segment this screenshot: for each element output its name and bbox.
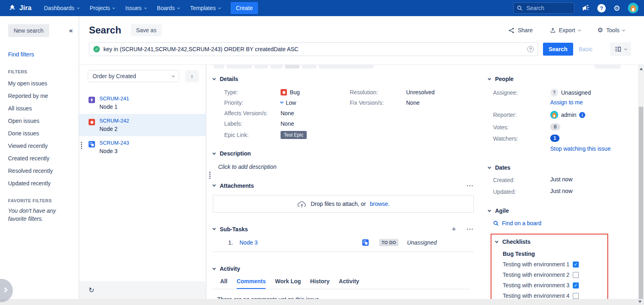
scroll-up-arrow[interactable]: [640, 68, 643, 70]
global-search-box[interactable]: [513, 2, 574, 14]
collapse-section-icon[interactable]: [488, 208, 491, 212]
tools-button[interactable]: ⚙ Tools: [597, 27, 625, 33]
attachments-section-header: Attachments: [213, 183, 254, 189]
collapse-section-icon[interactable]: [495, 239, 498, 243]
scroll-down-arrow[interactable]: [638, 301, 642, 303]
vertical-scrollbar[interactable]: [638, 65, 644, 299]
agile-section-header: Agile: [488, 207, 623, 214]
field-labels: Labels: None: [224, 120, 350, 127]
collapse-section-icon[interactable]: [488, 165, 491, 168]
jql-help-icon[interactable]: ?: [527, 46, 534, 52]
brand-name: Jira: [19, 4, 31, 12]
refresh-icon[interactable]: ↻: [89, 286, 94, 295]
issue-row-scrum-243[interactable]: SCRUM-243 Node 3: [79, 136, 206, 158]
nav-dashboards[interactable]: Dashboards: [39, 5, 85, 11]
filters-heading: FILTERS: [8, 69, 78, 74]
sidebar-item-updated-recently[interactable]: Updated recently: [8, 180, 78, 187]
jira-logo[interactable]: Jira: [8, 4, 31, 12]
checkbox[interactable]: [573, 293, 579, 299]
export-button[interactable]: Export: [550, 27, 580, 33]
nav-templates[interactable]: Templates: [185, 5, 226, 11]
search-region: Search Save as Share Export: [79, 16, 644, 299]
collapse-section-icon[interactable]: [213, 77, 216, 80]
browse-link[interactable]: browse.: [370, 201, 390, 207]
page-title: Search: [89, 25, 121, 36]
issue-title: Node 1: [99, 104, 129, 110]
layout-switcher-button[interactable]: [610, 42, 631, 56]
updated-row: Updated: Just now: [493, 188, 623, 195]
checkbox[interactable]: [573, 261, 579, 268]
sidebar-item-open-issues[interactable]: Open issues: [8, 118, 78, 124]
reporter-avatar[interactable]: [550, 111, 558, 119]
tab-all[interactable]: All: [220, 278, 227, 289]
issue-row-scrum-241[interactable]: SCRUM-241 Node 1: [79, 92, 206, 114]
results-content: Order by Created ↑ SCRUM-241 Node 1: [79, 64, 644, 299]
gear-icon[interactable]: ⚙: [613, 4, 620, 12]
create-button[interactable]: Create: [231, 2, 258, 14]
user-avatar[interactable]: [628, 3, 638, 13]
order-by-select[interactable]: Order by Created: [88, 70, 179, 82]
field-type: Type: Bug: [224, 89, 350, 95]
find-filters-link[interactable]: Find filters: [8, 51, 78, 58]
issue-row-scrum-242[interactable]: SCRUM-242 Node 2: [79, 114, 206, 136]
issue-key[interactable]: SCRUM-241: [99, 95, 129, 102]
gear-icon: ⚙: [597, 27, 603, 33]
sidebar-item-done-issues[interactable]: Done issues: [8, 130, 78, 137]
attachment-dropzone[interactable]: Drop files to attach, or browse.: [213, 195, 474, 213]
sidebar-item-my-open-issues[interactable]: My open issues: [8, 80, 78, 87]
checkbox[interactable]: [573, 282, 579, 288]
description-placeholder[interactable]: Click to add description: [218, 164, 478, 170]
list-resize-handle[interactable]: [209, 172, 211, 179]
sidebar-item-all-issues[interactable]: All issues: [8, 105, 78, 112]
search-button[interactable]: Search: [543, 43, 573, 56]
scrollbar-thumb[interactable]: [639, 107, 643, 299]
find-on-board-link[interactable]: Find on a board: [493, 220, 623, 226]
new-search-button[interactable]: New search: [8, 24, 49, 37]
subtask-row[interactable]: 1. Node 3 TO DO Unassigned: [213, 239, 474, 252]
global-search-input[interactable]: [526, 4, 566, 12]
tab-comments[interactable]: Comments: [237, 278, 266, 289]
issue-toolbar-clipped: [214, 65, 374, 68]
sidebar-item-created-recently[interactable]: Created recently: [8, 155, 78, 162]
share-button[interactable]: Share: [508, 27, 533, 33]
issue-key[interactable]: SCRUM-243: [99, 140, 129, 146]
collapse-section-icon[interactable]: [488, 77, 491, 80]
assignee-row: Assignee: ? Unassigned: [493, 89, 623, 97]
issue-key[interactable]: SCRUM-242: [99, 118, 129, 124]
jql-search-input[interactable]: ✓ key in (SCRUM-241,SCRUM-242,SCRUM-243)…: [89, 42, 538, 56]
basic-mode-link[interactable]: Basic: [579, 46, 592, 52]
add-subtask-icon[interactable]: +: [452, 225, 456, 233]
collapse-section-icon[interactable]: [213, 183, 216, 187]
sidebar-item-reported-by-me[interactable]: Reported by me: [8, 93, 78, 99]
attachments-more-icon[interactable]: ···: [466, 182, 474, 189]
nav-projects[interactable]: Projects: [85, 5, 120, 11]
subtasks-more-icon[interactable]: ···: [466, 226, 474, 232]
stop-watching-link[interactable]: Stop watching this issue: [550, 145, 611, 153]
checkbox[interactable]: [573, 272, 579, 278]
watchers-count-badge[interactable]: 1: [550, 135, 559, 142]
nav-boards[interactable]: Boards: [152, 5, 185, 11]
collapse-section-icon[interactable]: [213, 227, 216, 230]
help-icon[interactable]: ?: [597, 4, 606, 12]
nav-issues[interactable]: Issues: [120, 5, 151, 11]
assign-to-me-link[interactable]: Assign to me: [550, 99, 583, 106]
subtask-title-link[interactable]: Node 3: [239, 239, 362, 246]
collapse-section-icon[interactable]: [213, 151, 216, 154]
sidebar-item-resolved-recently[interactable]: Resolved recently: [8, 168, 78, 174]
epic-badge[interactable]: Test Epic: [281, 131, 307, 139]
checklist-item-3: Testing with environment 3: [503, 282, 603, 288]
tab-activity[interactable]: Activity: [339, 278, 359, 289]
sort-direction-button[interactable]: ↑: [185, 70, 199, 82]
save-as-button[interactable]: Save as: [131, 24, 162, 36]
tab-history[interactable]: History: [310, 278, 330, 289]
chevron-down-icon: [218, 6, 221, 9]
collapse-section-icon[interactable]: [213, 266, 216, 270]
sidebar-item-viewed-recently[interactable]: Viewed recently: [8, 143, 78, 149]
tab-work-log[interactable]: Work Log: [275, 278, 301, 289]
collapse-sidebar-icon[interactable]: «: [69, 27, 73, 35]
sidebar-resize-handle[interactable]: [81, 142, 82, 149]
jql-query-text[interactable]: key in (SCRUM-241,SCRUM-242,SCRUM-243) O…: [103, 46, 524, 52]
reporter-info-icon[interactable]: i: [579, 112, 585, 118]
announcements-icon[interactable]: [582, 5, 590, 12]
votes-count-badge[interactable]: 0: [550, 123, 560, 131]
